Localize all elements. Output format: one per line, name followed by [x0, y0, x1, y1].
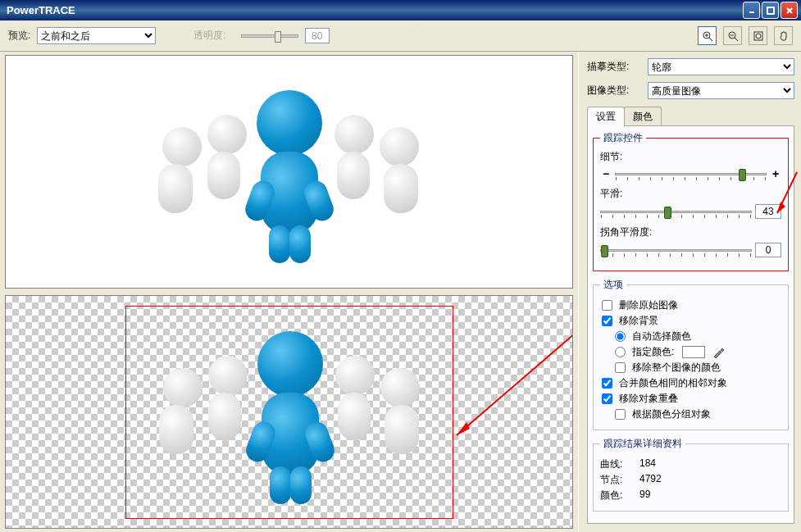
nodes-label: 节点:	[600, 473, 639, 487]
detail-label: 细节:	[600, 150, 781, 164]
svg-line-5	[709, 38, 712, 41]
detail-minus-icon[interactable]: −	[600, 167, 612, 180]
opacity-value: 80	[305, 28, 330, 43]
settings-panel: 描摹类型: 轮廓 图像类型: 高质量图像 设置 颜色 跟踪控件 细节: −	[578, 52, 801, 532]
maximize-button[interactable]	[762, 2, 779, 19]
window-title: PowerTRACE	[7, 4, 741, 16]
merge-same-checkbox[interactable]	[602, 378, 612, 389]
options-legend: 选项	[600, 278, 626, 292]
zoom-fit-button[interactable]	[749, 26, 767, 45]
preview-mode-select[interactable]: 之前和之后	[37, 27, 156, 44]
svg-point-12	[756, 34, 761, 39]
settings-tabs: 设置 颜色	[587, 106, 794, 125]
remove-whole-color-label: 移除整个图像的颜色	[632, 361, 721, 375]
before-preview	[5, 55, 573, 289]
preview-pane	[0, 52, 578, 532]
group-by-color-checkbox[interactable]	[615, 409, 626, 420]
remove-whole-color-checkbox[interactable]	[615, 362, 626, 373]
remove-overlap-label: 移除对象重叠	[619, 392, 678, 406]
tab-settings[interactable]: 设置	[587, 107, 625, 126]
annotation-arrow-lower	[448, 329, 573, 443]
corner-slider[interactable]	[600, 249, 752, 252]
auto-color-radio[interactable]	[615, 331, 626, 342]
curves-label: 曲线:	[600, 457, 639, 471]
zoom-out-button[interactable]	[723, 26, 742, 45]
color-swatch[interactable]	[682, 346, 705, 358]
trace-controls-group: 跟踪控件 细节: − + 平滑: 43	[593, 131, 789, 271]
trace-type-label: 描摹类型:	[587, 60, 644, 74]
opacity-label: 透明度:	[193, 29, 225, 43]
corner-value[interactable]: 0	[755, 243, 781, 257]
svg-marker-14	[457, 422, 470, 435]
smooth-slider[interactable]	[600, 211, 752, 213]
options-group: 选项 删除原始图像 移除背景 自动选择颜色 指定颜色: 移除整个图像的颜色 合并…	[593, 278, 789, 430]
preview-label: 预览:	[8, 29, 30, 43]
curves-value: 184	[639, 457, 656, 471]
delete-original-label: 删除原始图像	[619, 298, 678, 312]
eyedropper-icon[interactable]	[712, 346, 725, 359]
after-preview	[5, 295, 573, 529]
delete-original-checkbox[interactable]	[602, 300, 612, 311]
specify-color-radio[interactable]	[615, 347, 626, 357]
trace-controls-legend: 跟踪控件	[600, 131, 646, 145]
pan-button[interactable]	[774, 26, 793, 45]
image-type-select[interactable]: 高质量图像	[648, 82, 794, 99]
opacity-slider[interactable]	[241, 34, 298, 38]
remove-overlap-checkbox[interactable]	[602, 393, 612, 404]
auto-color-label: 自动选择颜色	[632, 330, 691, 343]
tab-color[interactable]: 颜色	[624, 107, 662, 126]
colors-value: 99	[639, 489, 650, 502]
nodes-value: 4792	[639, 473, 662, 487]
corner-label: 拐角平滑度:	[600, 225, 781, 239]
group-by-color-label: 根据颜色分组对象	[632, 407, 711, 421]
remove-bg-checkbox[interactable]	[602, 316, 612, 326]
image-type-label: 图像类型:	[587, 84, 644, 98]
remove-bg-label: 移除背景	[619, 314, 658, 328]
zoom-in-button[interactable]	[698, 26, 717, 45]
close-button[interactable]	[781, 2, 798, 19]
colors-label: 颜色:	[600, 489, 639, 502]
window-titlebar: PowerTRACE	[0, 0, 801, 20]
svg-line-9	[735, 38, 738, 41]
smooth-label: 平滑:	[600, 187, 781, 201]
svg-line-13	[457, 333, 573, 435]
detail-slider[interactable]	[615, 173, 767, 175]
trace-type-select[interactable]: 轮廓	[648, 58, 794, 75]
top-toolbar: 预览: 之前和之后 透明度: 80	[0, 20, 801, 52]
minimize-button[interactable]	[743, 2, 760, 19]
svg-marker-16	[777, 202, 785, 213]
results-legend: 跟踪结果详细资料	[600, 437, 685, 451]
specify-color-label: 指定颜色:	[632, 345, 674, 359]
results-group: 跟踪结果详细资料 曲线:184 节点:4792 颜色:99	[593, 437, 789, 512]
svg-rect-1	[767, 7, 774, 14]
annotation-arrow-upper	[774, 171, 799, 220]
merge-same-label: 合并颜色相同的相邻对象	[619, 376, 727, 390]
